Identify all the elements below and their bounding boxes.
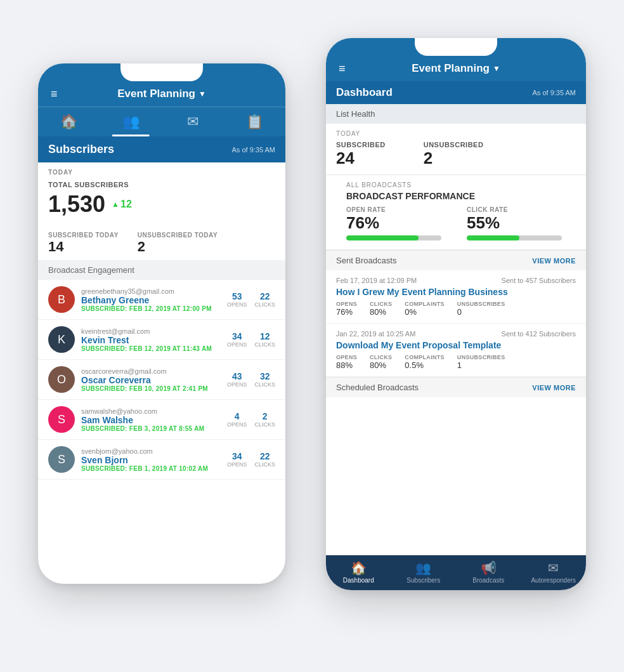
open-rate-bar [346,235,441,240]
avatar: S [48,446,75,473]
title-arrow-right[interactable]: ▼ [493,64,500,73]
hamburger-icon-right[interactable]: ≡ [339,62,347,76]
bs-unsubscribes-value: 1 [457,360,505,370]
total-subs-num: 1,530 [48,191,105,218]
sub-clicks: 22 CLICKS [254,291,275,308]
unsubscribed-col: UNSUBSCRIBED 2 [424,141,484,168]
content-right: List Health TODAY SUBSCRIBED 24 UNSUBSCR… [326,104,586,555]
avatar: S [48,406,75,433]
phone-right: ≡ Event Planning ▼ Dashboard As of 9:35 … [326,38,586,590]
sub-email: samwalshe@yahoo.com [81,407,221,415]
sub-unsub-row-right: SUBSCRIBED 24 UNSUBSCRIBED 2 [336,141,576,168]
open-rate-col: OPEN RATE 76% [346,206,441,240]
bottom-nav-item-broadcasts[interactable]: 📢 Broadcasts [456,560,521,584]
sub-stats: 4 OPENS 2 CLICKS [227,411,275,428]
section-header-left: Subscribers As of 9:35 AM [38,136,285,162]
list-item[interactable]: K kveintrest@gmail.com Kevin Trest SUBSC… [38,320,285,360]
clicks-label: CLICKS [254,301,275,308]
list-item[interactable]: S samwalshe@yahoo.com Sam Walshe SUBSCRI… [38,400,285,440]
nav-tab-home[interactable]: 🏠 [38,107,100,136]
broadcast-sent-to: Sent to 412 Subscribers [502,330,576,338]
unsubscribed-today-stat: UNSUBSCRIBED TODAY 2 [138,232,218,255]
bs-complaints: COMPLAINTS 0.5% [405,354,445,370]
broadcast-list: Feb 17, 2019 at 12:09 PM Sent to 457 Sub… [326,270,586,377]
nav-tab-subscribers[interactable]: 👥 [100,107,162,136]
scheduled-title: Scheduled Broadcasts [336,383,419,392]
scene: ≡ Event Planning ▼ 🏠 👥 ✉ 📋 Subscribers A… [0,0,624,672]
sub-opens: 43 OPENS [227,371,247,388]
scheduled-view-more[interactable]: VIEW MORE [532,384,576,392]
bottom-nav-item-subscribers[interactable]: 👥 Subscribers [391,560,457,584]
bottom-nav-item-autoresponders[interactable]: ✉ Autoresponders [521,560,587,584]
title-text-right: Event Planning [412,62,490,75]
bs-clicks-label: CLICKS [370,354,392,360]
subscribed-label-right: SUBSCRIBED [336,141,386,148]
bs-complaints-label: COMPLAINTS [405,354,445,360]
today-label-left: TODAY [38,162,285,177]
nav-icon-dashboard: 🏠 [326,560,391,576]
opens-num: 4 [227,411,247,421]
opens-num: 53 [227,291,247,301]
scheduled-broadcasts-header: Scheduled Broadcasts VIEW MORE [326,377,586,397]
broadcast-meta: Jan 22, 2019 at 10:25 AM Sent to 412 Sub… [336,330,576,338]
bs-opens-value: 76% [336,307,357,317]
opens-num: 34 [227,451,247,461]
bs-unsubscribes: UNSUBSCRIBES 0 [457,301,505,317]
sub-subscribed-date: SUBSCRIBED: Feb 12, 2019 at 12:00 PM [81,305,221,312]
sub-name: Sam Walshe [81,415,221,425]
dashboard-header: Dashboard As of 9:35 AM [326,81,586,104]
clicks-label: CLICKS [254,341,275,348]
dashboard-asof: As of 9:35 AM [533,89,576,96]
bs-clicks: CLICKS 80% [370,354,392,370]
sub-opens: 4 OPENS [227,411,247,428]
sub-opens: 53 OPENS [227,291,247,308]
sub-subscribed-date: SUBSCRIBED: Feb 3, 2019 at 8:55 AM [81,425,221,432]
bs-opens: OPENS 88% [336,354,357,370]
list-item[interactable]: B greenebethany35@gmail.com Bethany Gree… [38,280,285,320]
sub-clicks: 2 CLICKS [254,411,275,428]
broadcast-name: How I Grew My Event Planning Business [336,287,576,297]
avatar: O [48,366,75,393]
title-text-left: Event Planning [117,88,195,100]
title-arrow-left[interactable]: ▼ [198,89,206,98]
click-rate-label: CLICK RATE [467,206,562,213]
sub-email: greenebethany35@gmail.com [81,287,221,295]
today-label-right: TODAY [336,130,576,137]
sub-info: svenbjorn@yahoo.com Sven Bjorn SUBSCRIBE… [81,447,221,472]
bp-rates: OPEN RATE 76% CLICK RATE 55% [346,206,566,240]
nav-tab-messages[interactable]: ✉ [162,107,224,136]
opens-num: 43 [227,371,247,381]
hamburger-icon-left[interactable]: ≡ [51,88,59,101]
app-title-right: Event Planning ▼ [412,62,500,75]
sub-stats: 34 OPENS 12 CLICKS [227,331,275,348]
broadcast-item[interactable]: Jan 22, 2019 at 10:25 AM Sent to 412 Sub… [326,324,586,377]
sub-subscribed-date: SUBSCRIBED: Feb 1, 2019 at 10:02 AM [81,465,221,472]
sub-info: greenebethany35@gmail.com Bethany Greene… [81,287,221,312]
dashboard-title: Dashboard [336,86,393,99]
nav-tab-autoresponders[interactable]: 📋 [224,107,286,136]
subscribed-value-right: 24 [336,148,386,168]
broadcast-date: Jan 22, 2019 at 10:25 AM [336,330,415,338]
bs-clicks: CLICKS 80% [370,301,392,317]
bs-clicks-value: 80% [370,307,392,317]
sub-stats: 53 OPENS 22 CLICKS [227,291,275,308]
list-item[interactable]: S svenbjorn@yahoo.com Sven Bjorn SUBSCRI… [38,440,285,480]
subscribed-today-label: SUBSCRIBED TODAY [48,232,119,239]
opens-label: OPENS [227,421,247,428]
broadcast-perf-title: BROADCAST PERFORMANCE [346,191,566,201]
bs-clicks-value: 80% [370,360,392,370]
sent-view-more[interactable]: VIEW MORE [532,257,576,265]
sub-subscribed-date: SUBSCRIBED: Feb 12, 2019 at 11:43 AM [81,345,221,352]
section-title-left: Subscribers [48,143,114,156]
opens-label: OPENS [227,381,247,388]
bs-unsubscribes-label: UNSUBSCRIBES [457,354,505,360]
open-rate-value: 76% [346,213,441,233]
subscriber-list: B greenebethany35@gmail.com Bethany Gree… [38,280,285,480]
clicks-label: CLICKS [254,381,275,388]
broadcast-item[interactable]: Feb 17, 2019 at 12:09 PM Sent to 457 Sub… [326,270,586,324]
list-item[interactable]: O oscarcoreverra@gmail.com Oscar Corever… [38,360,285,400]
sub-clicks: 32 CLICKS [254,371,275,388]
bottom-nav-item-dashboard[interactable]: 🏠 Dashboard [326,560,391,584]
today-stats: TODAY SUBSCRIBED 24 UNSUBSCRIBED 2 [326,124,586,175]
engagement-title: Broadcast Engagement [38,260,285,280]
